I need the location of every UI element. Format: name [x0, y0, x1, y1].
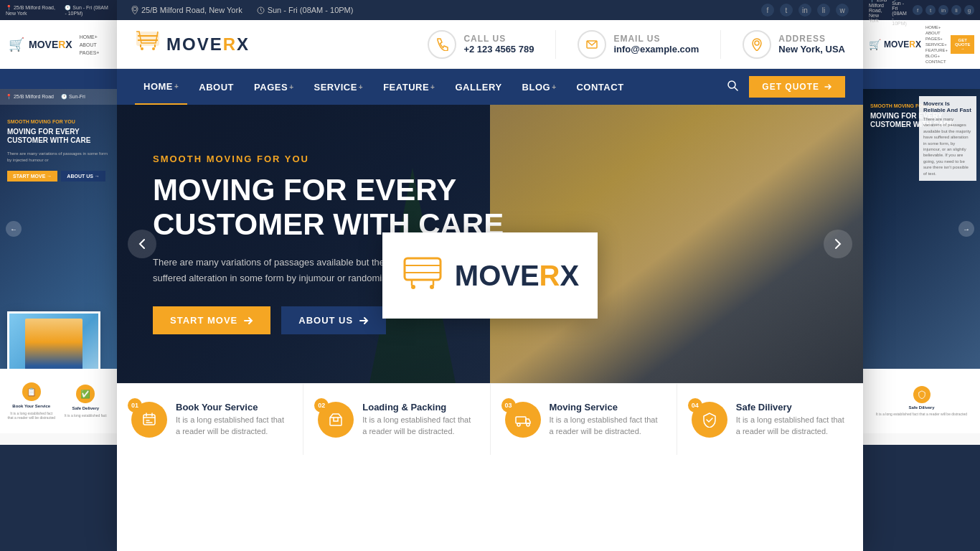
- left-photo-inner: [9, 314, 98, 369]
- right-nav-service: SERVICE+: [925, 42, 947, 47]
- social-whatsapp[interactable]: w: [836, 4, 849, 17]
- left-start-btn[interactable]: START MOVE →: [7, 171, 57, 182]
- svg-point-0: [133, 7, 137, 11]
- location-icon: [131, 6, 138, 14]
- right-social-g[interactable]: g: [964, 5, 974, 15]
- top-bar-left: 25/B Milford Road, New York Sun - Fri (0…: [131, 6, 353, 14]
- service-icon-wrap-4: 04: [692, 402, 727, 438]
- nav-about[interactable]: ABOUT: [190, 69, 242, 105]
- right-social-fb[interactable]: f: [913, 5, 923, 15]
- modal-cart-icon: [401, 255, 444, 294]
- social-linkedin[interactable]: li: [817, 4, 830, 17]
- modal-logo-wordmark: MOVERX: [455, 260, 579, 292]
- service-card-2[interactable]: 02 Loading & Packing It is a long establ…: [303, 384, 490, 455]
- left-card-title-2: Safe Delivery: [72, 406, 99, 410]
- left-addr-bar: 📍 25/B Milford Road 🕐 Sun-Fri: [0, 89, 117, 105]
- about-us-button[interactable]: ABOUT US: [281, 306, 386, 334]
- hero-title: MOVING FOR EVERY CUSTOMER WITH CARE: [153, 173, 504, 242]
- right-social-li[interactable]: li: [951, 5, 961, 15]
- right-panel: 📍 25/B Milford Road, New York 🕐 Sun - Fr…: [863, 0, 980, 551]
- nav-home[interactable]: HOME+: [135, 69, 187, 105]
- email-us-info: EMAIL US info@example.com: [578, 30, 699, 59]
- nav-service[interactable]: SERVICE+: [305, 69, 372, 105]
- right-content-desc: There are many variations of passages av…: [923, 116, 972, 176]
- svg-point-15: [430, 285, 434, 289]
- right-header: 🛒 MOVERX HOME+ ABOUT PAGES+ SERVICE+ FEA…: [863, 20, 980, 69]
- logo-wordmark: MOVERX: [166, 34, 250, 55]
- logo: MOVERX: [135, 30, 250, 58]
- nav-pages[interactable]: PAGES+: [245, 69, 302, 105]
- nav-gallery[interactable]: GALLERY: [446, 69, 510, 105]
- start-move-button[interactable]: START MOVE: [153, 306, 270, 334]
- left-photo-card: [7, 311, 100, 369]
- call-us-info: CALL US +2 123 4565 789: [428, 30, 534, 59]
- right-service-cards: Safe Dilivery It is a long established f…: [863, 369, 980, 433]
- get-quote-button[interactable]: GET QUOTE: [749, 76, 845, 98]
- right-bottom: [863, 433, 980, 445]
- svg-point-12: [527, 423, 529, 426]
- left-card-icon-1: 📋: [22, 382, 41, 401]
- left-card-1: 📋 Book Your Service It is a long establi…: [7, 382, 56, 420]
- divider-2: [720, 30, 721, 59]
- top-bar-social: f t in li w: [761, 4, 849, 17]
- svg-point-14: [411, 285, 415, 289]
- call-us-text: CALL US +2 123 4565 789: [463, 34, 534, 55]
- right-nav-blog: BLOG+: [925, 54, 940, 58]
- right-card-icon-1: [913, 386, 930, 403]
- truck-icon: [515, 412, 531, 428]
- service-text-2: Loading & Packing It is a long establish…: [362, 402, 475, 437]
- phone-icon-circle: [428, 30, 456, 59]
- left-logo-text: MOVERX: [29, 39, 72, 50]
- nav-feature[interactable]: FEATURE+: [374, 69, 443, 105]
- right-social-tw[interactable]: t: [925, 5, 936, 15]
- about-arrow-icon: [359, 316, 369, 326]
- left-hours: 🕐 Sun - Fri (08AM - 10PM): [65, 5, 111, 16]
- email-us-text: EMAIL US info@example.com: [613, 34, 699, 55]
- right-nav-bar: [863, 69, 980, 89]
- svg-point-6: [755, 41, 759, 45]
- logo-modal: MOVERX: [382, 232, 598, 319]
- service-icon-wrap-2: 02: [318, 402, 354, 438]
- service-card-3[interactable]: 03 Moving Service It is a long establish…: [491, 384, 677, 455]
- service-text-1: Book Your Service It is a long establish…: [176, 402, 288, 437]
- right-social-in[interactable]: in: [938, 5, 948, 15]
- social-twitter[interactable]: t: [780, 4, 793, 17]
- service-card-1[interactable]: 01 Book Your Service It is a long establ…: [117, 384, 303, 455]
- left-panel: 📍 25/B Milford Road, New York 🕐 Sun - Fr…: [0, 0, 117, 551]
- slider-prev-button[interactable]: [128, 230, 156, 258]
- service-card-4[interactable]: 04 Safe Dilivery It is a long establishe…: [677, 384, 863, 455]
- left-slider-arrow[interactable]: ←: [6, 221, 22, 237]
- nav-blog[interactable]: BLOG+: [514, 69, 565, 105]
- nav-links: HOME+ ABOUT PAGES+ SERVICE+ FEATURE+ GAL…: [135, 69, 633, 105]
- left-top-bar: 📍 25/B Milford Road, New York 🕐 Sun - Fr…: [0, 0, 117, 20]
- slider-next-button[interactable]: [824, 230, 852, 258]
- left-bottom: [0, 433, 117, 445]
- service-num-3: 03: [501, 398, 516, 413]
- right-card-1: Safe Dilivery It is a long established f…: [870, 386, 973, 416]
- svg-point-3: [141, 47, 143, 50]
- cart-svg: [135, 30, 161, 53]
- right-hero: SMOOTH MOVING FOR YOU MOVING FOR EVERY C…: [863, 89, 980, 369]
- social-instagram[interactable]: in: [798, 4, 811, 17]
- left-nav-bar: [0, 69, 117, 89]
- search-icon[interactable]: [727, 80, 738, 94]
- left-nav-about: ABOUT: [80, 42, 97, 47]
- right-logo-text: MOVERX: [884, 39, 921, 50]
- right-slider-arrow[interactable]: →: [958, 221, 974, 237]
- right-nav-pages: PAGES+: [925, 37, 943, 41]
- left-card-desc-2: It is a long established fact: [65, 413, 107, 418]
- social-facebook[interactable]: f: [761, 4, 774, 17]
- svg-point-4: [152, 47, 155, 50]
- left-hero: 📍 25/B Milford Road 🕐 Sun-Fri SMOOTH MOV…: [0, 89, 117, 369]
- nav-contact[interactable]: CONTACT: [567, 69, 632, 105]
- logo-cart-icon: [135, 30, 161, 58]
- email-icon-circle: [578, 30, 606, 59]
- service-icon-wrap-3: 03: [505, 402, 541, 438]
- map-pin-icon: [750, 38, 763, 51]
- clock-icon: [257, 6, 265, 14]
- address-info: ADDRESS New York, USA: [743, 30, 845, 59]
- left-about-btn[interactable]: ABOUT US →: [61, 171, 105, 182]
- right-get-quote-btn[interactable]: GET QUOTE →: [951, 35, 974, 54]
- service-text-4: Safe Dilivery It is a long established f…: [736, 402, 849, 437]
- left-logo-icon: 🛒: [9, 37, 24, 52]
